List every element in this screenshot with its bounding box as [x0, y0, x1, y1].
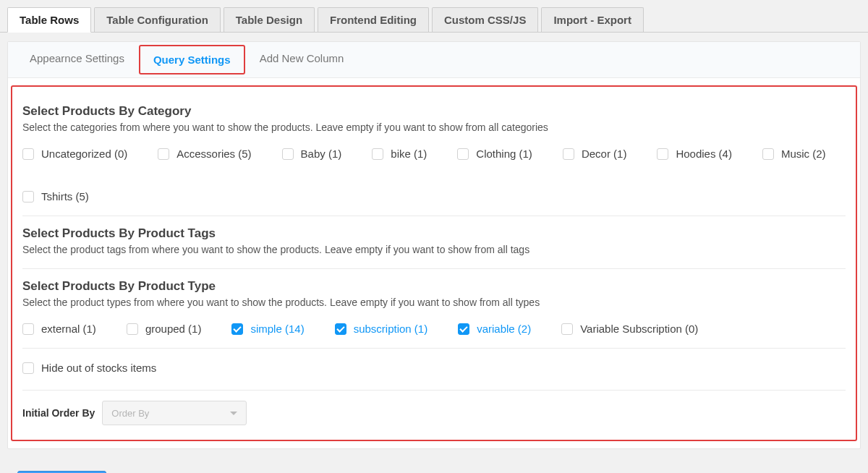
checkbox-label: subscription (1): [354, 323, 428, 335]
checkbox-box-icon: [22, 148, 34, 160]
section-hide-out-of-stock: Hide out of stocks items: [22, 349, 846, 391]
checkbox-label: Music (2): [781, 148, 826, 160]
type-checkbox-group: external (1)grouped (1)simple (14)subscr…: [22, 323, 846, 335]
category-checkbox[interactable]: Baby (1): [282, 148, 342, 160]
checkbox-box-icon: [22, 362, 34, 374]
checkbox-label: Accessories (5): [176, 148, 251, 160]
section-description: Select the product types from where you …: [22, 297, 846, 308]
checkbox-label: bike (1): [391, 148, 427, 160]
checkbox-label: Decor (1): [582, 148, 627, 160]
category-checkbox-group: Uncategorized (0)Accessories (5)Baby (1)…: [22, 148, 846, 203]
category-checkbox[interactable]: bike (1): [372, 148, 427, 160]
checkbox-box-icon: [282, 148, 294, 160]
category-checkbox[interactable]: Tshirts (5): [22, 190, 89, 203]
hide-out-of-stock-checkbox[interactable]: Hide out of stocks items: [22, 359, 846, 377]
checkbox-box-icon: [158, 148, 169, 160]
section-description: Select the categories from where you wan…: [22, 122, 846, 133]
section-initial-order-by: Initial Order By Order By: [22, 391, 846, 427]
section-description: Select the product tags from where you w…: [22, 244, 846, 255]
checkbox-box-icon: [563, 148, 574, 160]
product-type-checkbox[interactable]: simple (14): [231, 323, 304, 335]
section-by-tags: Select Products By Product Tags Select t…: [22, 216, 846, 269]
product-type-checkbox[interactable]: external (1): [22, 323, 96, 335]
product-type-checkbox[interactable]: grouped (1): [127, 323, 202, 335]
section-by-type: Select Products By Product Type Select t…: [22, 269, 846, 349]
checkbox-label: Variable Subscription (0): [580, 323, 698, 335]
chevron-down-icon: [230, 412, 237, 415]
checkbox-label: external (1): [41, 323, 96, 335]
order-by-select[interactable]: Order By: [102, 401, 247, 425]
category-checkbox[interactable]: Clothing (1): [457, 148, 532, 160]
tab-custom-cssjs[interactable]: Custom CSS/JS: [432, 7, 538, 32]
subtab-query-settings[interactable]: Query Settings: [139, 45, 245, 74]
subtab-appearance-settings[interactable]: Appearnce Settings: [18, 42, 136, 77]
select-placeholder: Order By: [111, 408, 149, 419]
checkbox-box-icon: [458, 323, 469, 335]
checkbox-box-icon: [762, 148, 774, 160]
checkbox-box-icon: [231, 323, 243, 335]
checkbox-label: Baby (1): [301, 148, 342, 160]
checkbox-box-icon: [657, 148, 668, 160]
checkbox-box-icon: [372, 148, 383, 160]
category-checkbox[interactable]: Decor (1): [563, 148, 627, 160]
checkbox-label: Hoodies (4): [676, 148, 732, 160]
checkbox-label: Uncategorized (0): [41, 148, 127, 160]
subtab-add-new-column[interactable]: Add New Column: [248, 42, 356, 77]
section-title: Select Products By Category: [22, 104, 846, 119]
product-type-checkbox[interactable]: Variable Subscription (0): [561, 323, 698, 335]
category-checkbox[interactable]: Accessories (5): [158, 148, 251, 160]
checkbox-box-icon: [561, 323, 573, 335]
category-checkbox[interactable]: Hoodies (4): [657, 148, 732, 160]
category-checkbox[interactable]: Music (2): [762, 148, 826, 160]
checkbox-box-icon: [457, 148, 469, 160]
checkbox-label: grouped (1): [145, 323, 202, 335]
checkbox-box-icon: [22, 323, 34, 335]
section-title: Select Products By Product Tags: [22, 226, 846, 241]
checkbox-box-icon: [127, 323, 138, 335]
order-by-label: Initial Order By: [22, 407, 95, 419]
tab-table-rows[interactable]: Table Rows: [7, 7, 91, 33]
checkbox-box-icon: [22, 191, 34, 203]
tab-frontend-editing[interactable]: Frontend Editing: [318, 7, 429, 32]
checkbox-label: Clothing (1): [476, 148, 532, 160]
tab-table-configuration[interactable]: Table Configuration: [94, 7, 221, 32]
tab-table-design[interactable]: Table Design: [224, 7, 315, 32]
tab-import-export[interactable]: Import - Export: [541, 7, 644, 32]
primary-tab-bar: Table Rows Table Configuration Table Des…: [0, 0, 868, 33]
product-type-checkbox[interactable]: subscription (1): [335, 323, 428, 335]
query-settings-form: Select Products By Category Select the c…: [11, 85, 857, 441]
checkbox-label: variable (2): [477, 323, 531, 335]
checkbox-box-icon: [335, 323, 346, 335]
settings-panel: Appearnce Settings Query Settings Add Ne…: [7, 41, 861, 449]
section-title: Select Products By Product Type: [22, 279, 846, 294]
section-by-category: Select Products By Category Select the c…: [22, 94, 846, 216]
checkbox-label: Tshirts (5): [41, 190, 89, 203]
category-checkbox[interactable]: Uncategorized (0): [22, 148, 127, 160]
secondary-tab-bar: Appearnce Settings Query Settings Add Ne…: [8, 42, 860, 78]
checkbox-label: simple (14): [250, 323, 304, 335]
product-type-checkbox[interactable]: variable (2): [458, 323, 531, 335]
checkbox-label: Hide out of stocks items: [41, 362, 156, 374]
